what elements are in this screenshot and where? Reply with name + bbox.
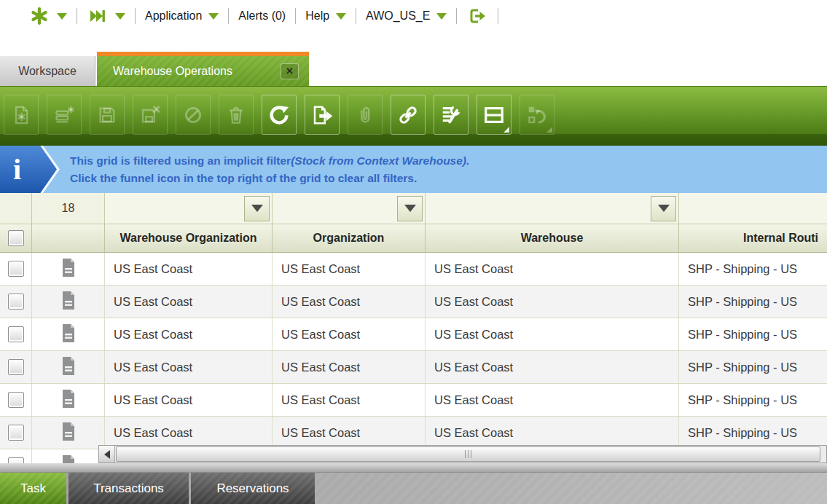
cell-internal-routing: SHP - Shipping - US [679, 253, 827, 285]
split-view-icon [483, 104, 505, 126]
grid-filter-row: 18 [0, 193, 827, 224]
filter-dropdown-button[interactable] [397, 196, 423, 221]
column-header-warehouse[interactable]: Warehouse [426, 224, 679, 252]
active-tab-label: Warehouse Operations [113, 65, 281, 78]
skip-to-end-menu[interactable] [77, 7, 135, 25]
tab-workspace[interactable]: Workspace [0, 56, 95, 86]
cell-internal-routing: SHP - Shipping - US [679, 286, 827, 318]
table-row[interactable]: US East CoastUS East CoastUS East CoastS… [0, 286, 827, 318]
column-header-internal-routing[interactable]: Internal Routi [679, 224, 827, 252]
cell-warehouse: US East Coast [426, 384, 679, 416]
logout-menu[interactable] [457, 7, 498, 25]
filter-dropdown-button[interactable] [651, 196, 676, 221]
data-grid: 18 Warehouse OrganizationOrganizationWar… [0, 193, 827, 464]
split-view-button[interactable] [477, 95, 512, 135]
chevron-down-icon [336, 13, 346, 20]
refresh-icon [268, 104, 290, 126]
cell-warehouse-organization: US East Coast [105, 351, 273, 383]
cell-organization: US East Coast [273, 384, 426, 416]
row-document-cell [32, 417, 105, 449]
row-checkbox[interactable] [8, 294, 24, 310]
menu-help[interactable]: Help [296, 9, 356, 23]
link-button[interactable] [391, 95, 426, 135]
close-tab-icon[interactable]: ✕ [281, 63, 299, 79]
filter-dropdown-button[interactable] [244, 196, 270, 221]
new-document-button[interactable] [4, 95, 39, 135]
bottom-tab-transactions[interactable]: Transactions [68, 473, 189, 504]
cell-warehouse-organization: US East Coast [105, 253, 273, 285]
column-filter-input[interactable] [679, 193, 827, 224]
toolbar [0, 86, 827, 146]
favorites-asterisk-menu[interactable] [19, 7, 77, 25]
menu-corner-icon [546, 127, 552, 133]
info-banner-text: This grid is filtered using an implicit … [70, 152, 813, 187]
column-header-organization[interactable]: Organization [273, 224, 426, 252]
table-row[interactable]: US East CoastUS East CoastUS East CoastS… [0, 253, 827, 286]
grid-rows: US East CoastUS East CoastUS East CoastS… [0, 253, 827, 464]
column-filter-input[interactable] [273, 193, 426, 224]
menu-application[interactable]: Application [136, 9, 228, 23]
row-checkbox[interactable] [8, 261, 24, 277]
column-filter-input[interactable] [105, 193, 273, 224]
attachment-button[interactable] [348, 95, 383, 135]
column-filter-input[interactable] [426, 193, 679, 224]
row-checkbox-cell [0, 351, 32, 383]
row-checkbox-cell [0, 253, 32, 285]
cell-warehouse-organization: US East Coast [105, 384, 273, 416]
row-document-icon[interactable] [61, 357, 76, 378]
refresh-button[interactable] [262, 95, 297, 135]
select-all-checkbox[interactable] [8, 230, 24, 246]
cell-warehouse-organization: US East Coast [105, 286, 273, 318]
bottom-tab-reservations[interactable]: Reservations [191, 473, 315, 504]
bottom-tab-bar: TaskTransactionsReservations [0, 463, 827, 504]
cell-warehouse: US East Coast [426, 253, 679, 285]
row-document-icon[interactable] [61, 324, 76, 345]
table-row[interactable]: US East CoastUS East CoastUS East CoastS… [0, 318, 827, 351]
tab-warehouse-operations[interactable]: Warehouse Operations ✕ [97, 52, 309, 86]
chevron-down-icon [115, 13, 125, 20]
row-checkbox[interactable] [8, 326, 24, 342]
bottom-bar-strip [0, 463, 827, 473]
cancel-button[interactable] [176, 95, 211, 135]
chevron-down-icon [208, 13, 219, 20]
table-row[interactable]: US East CoastUS East CoastUS East CoastS… [0, 351, 827, 384]
row-document-cell [32, 286, 105, 318]
column-header-warehouse-organization[interactable]: Warehouse Organization [105, 224, 273, 252]
row-checkbox[interactable] [8, 359, 24, 375]
menu-alerts-0-[interactable]: Alerts (0) [229, 9, 295, 23]
row-document-icon[interactable] [61, 259, 76, 280]
new-row-button[interactable] [47, 95, 82, 135]
top-menu-bar: ApplicationAlerts (0)HelpAWO_US_E [0, 0, 827, 32]
reset-selection-button[interactable] [520, 95, 554, 135]
logout-icon [466, 7, 488, 25]
menu-awo-us-e[interactable]: AWO_US_E [356, 9, 456, 23]
row-checkbox-cell [0, 417, 32, 449]
cell-warehouse: US East Coast [426, 351, 679, 383]
horizontal-scrollbar[interactable] [98, 445, 827, 463]
scroll-left-arrow-icon[interactable] [99, 446, 115, 462]
cell-internal-routing: SHP - Shipping - US [679, 318, 827, 350]
cell-organization: US East Coast [273, 417, 426, 449]
info-icon: i [0, 146, 57, 193]
chevron-down-icon [436, 13, 447, 20]
export-button[interactable] [305, 95, 340, 135]
row-checkbox[interactable] [8, 392, 24, 408]
reset-selection-icon [526, 104, 548, 126]
save-button[interactable] [90, 95, 125, 135]
bottom-tab-task[interactable]: Task [0, 473, 66, 504]
scrollbar-thumb[interactable] [116, 446, 820, 462]
row-document-icon[interactable] [61, 390, 76, 411]
table-row[interactable]: US East CoastUS East CoastUS East CoastS… [0, 384, 827, 417]
row-checkbox[interactable] [8, 425, 24, 441]
row-document-icon[interactable] [61, 422, 76, 444]
cell-warehouse-organization: US East Coast [105, 318, 273, 350]
row-document-cell [32, 449, 105, 464]
grid-settings-button[interactable] [434, 95, 469, 135]
column-header-icon [32, 224, 105, 252]
cell-warehouse: US East Coast [426, 286, 679, 318]
save-delete-icon [140, 105, 160, 125]
delete-button[interactable] [219, 95, 254, 135]
row-document-icon[interactable] [61, 291, 76, 312]
cell-organization: US East Coast [273, 253, 426, 285]
save-delete-button[interactable] [133, 95, 168, 135]
